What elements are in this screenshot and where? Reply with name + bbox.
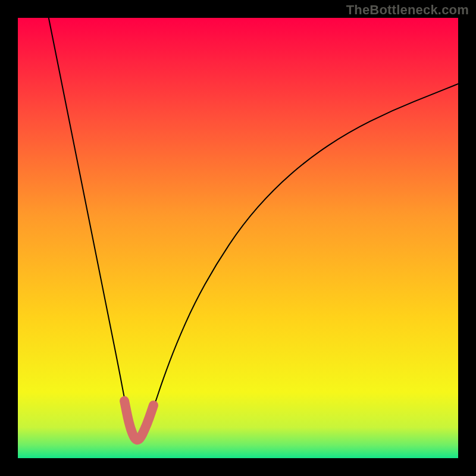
chart-frame: TheBottleneck.com [0, 0, 476, 476]
gradient-background [18, 18, 458, 458]
watermark-text: TheBottleneck.com [346, 2, 469, 18]
bottleneck-curve-plot [18, 18, 458, 458]
